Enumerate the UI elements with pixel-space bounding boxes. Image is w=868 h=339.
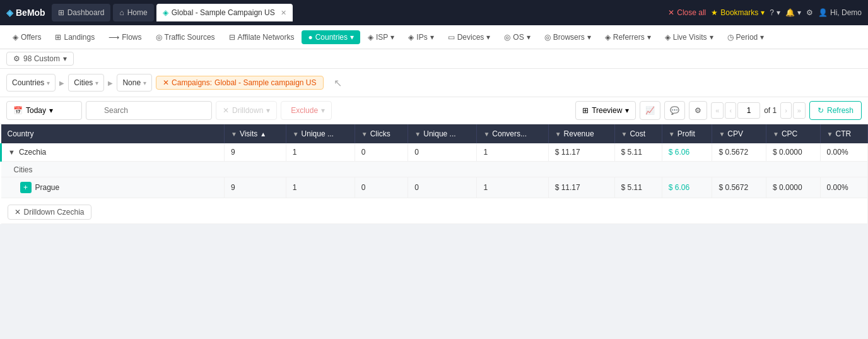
country-name: Czechia: [19, 148, 46, 157]
settings-button[interactable]: ⚙: [806, 8, 813, 17]
cursor-indicator: ↖: [334, 77, 342, 89]
drilldown-czechia-button[interactable]: ✕ Drilldown Czechia: [8, 205, 91, 220]
col-cpc-label: CPC: [782, 129, 797, 138]
campaign-tab[interactable]: ◈ Global - Sample Campaign US ✕: [156, 4, 293, 21]
campaign-name: Global - Sample campaign US: [214, 78, 316, 87]
isp-label: ISP: [376, 33, 388, 42]
city-cpv: $ 0.5672: [712, 177, 766, 198]
group1-select[interactable]: Countries ▾: [6, 74, 56, 92]
custom-icon: ⚙: [13, 54, 20, 63]
countries-label: Countries: [315, 33, 348, 42]
city-profit: $ 6.06: [662, 177, 712, 198]
add-city-button[interactable]: +: [20, 182, 32, 193]
close-tab-icon[interactable]: ✕: [281, 9, 286, 17]
col-revenue[interactable]: ▼ Revenue: [548, 124, 614, 143]
nav-live-visits[interactable]: ◈ Live Visits ▾: [659, 30, 720, 44]
landings-icon: ⊞: [55, 33, 61, 42]
col-clicks[interactable]: ▼ Clicks: [355, 124, 408, 143]
countries-icon: ●: [308, 33, 312, 42]
col-cpc[interactable]: ▼ CPC: [766, 124, 821, 143]
cpc-value: $ 0.0000: [766, 143, 821, 162]
nav-devices[interactable]: ▭ Devices ▾: [442, 30, 497, 44]
group2-select[interactable]: Cities ▾: [68, 74, 104, 92]
custom-chevron: ▾: [63, 54, 67, 63]
star-icon: ★: [711, 8, 718, 17]
drilldown-czechia-label: Drilldown Czechia: [24, 208, 85, 217]
filter-icon-clicks: ▼: [361, 131, 368, 138]
traffic-icon: ◎: [156, 33, 162, 42]
nav-browsers[interactable]: ◎ Browsers ▾: [538, 30, 597, 44]
date-label: Today: [26, 106, 46, 115]
dashboard-label: Dashboard: [67, 8, 105, 17]
nav-landings[interactable]: ⊞ Landings: [49, 30, 101, 44]
prev-page-button[interactable]: ‹: [725, 102, 736, 119]
nav-affiliate-networks[interactable]: ⊟ Affilate Networks: [223, 30, 301, 44]
exclude-label: Exclude: [291, 106, 318, 115]
browsers-chevron: ▾: [587, 33, 591, 42]
notifications-button[interactable]: 🔔 ▾: [785, 8, 801, 17]
user-button[interactable]: 👤 Hi, Demo: [818, 8, 862, 17]
col-convers-label: Convers...: [492, 129, 527, 138]
tab-icon: ◈: [163, 8, 168, 17]
chat-icon: 💬: [670, 106, 679, 115]
date-picker-button[interactable]: 📅 Today ▾: [6, 101, 82, 120]
col-convers[interactable]: ▼ Convers...: [477, 124, 548, 143]
group1-chevron: ▾: [47, 80, 50, 86]
first-page-button[interactable]: «: [711, 102, 724, 119]
nav-countries[interactable]: ● Countries ▾: [302, 30, 360, 44]
close-all-button[interactable]: ✕ Close all: [668, 8, 706, 17]
col-unique1[interactable]: ▼ Unique ...: [286, 124, 355, 143]
live-icon: ◈: [665, 33, 671, 42]
isp-chevron: ▾: [390, 33, 394, 42]
nav-os[interactable]: ◎ OS ▾: [498, 30, 536, 44]
nav-offers[interactable]: ◈ Offers: [6, 30, 47, 44]
referrers-chevron: ▾: [647, 33, 651, 42]
unique2-value: 0: [408, 143, 477, 162]
search-input[interactable]: [86, 101, 212, 120]
chat-button[interactable]: 💬: [664, 101, 685, 120]
col-cpv[interactable]: ▼ CPV: [712, 124, 766, 143]
col-revenue-label: Revenue: [564, 129, 594, 138]
chart-icon: 📈: [645, 106, 655, 115]
traffic-label: Traffic Sources: [165, 33, 215, 42]
last-page-button[interactable]: »: [793, 102, 806, 119]
bookmarks-button[interactable]: ★ Bookmarks ▾: [711, 8, 765, 17]
col-ctr[interactable]: ▼ CTR: [820, 124, 867, 143]
nav-isp[interactable]: ◈ ISP ▾: [361, 30, 401, 44]
nav-period[interactable]: ◷ Period ▾: [721, 30, 771, 44]
custom-button[interactable]: ⚙ 98 Custom ▾: [6, 52, 74, 66]
next-page-button[interactable]: ›: [780, 102, 792, 119]
page-input[interactable]: [737, 102, 760, 119]
chart-button[interactable]: 📈: [640, 101, 660, 120]
home-button[interactable]: ⌂ Home: [113, 4, 153, 21]
group3-select[interactable]: None ▾: [117, 74, 152, 92]
col-profit[interactable]: ▼ Profit: [662, 124, 712, 143]
nav-flows[interactable]: ⟶ Flows: [102, 30, 148, 44]
browsers-icon: ◎: [544, 33, 551, 42]
exclude-button[interactable]: Exclude ▾: [281, 101, 332, 120]
country-cell: ▼ Czechia: [1, 143, 225, 162]
nav-referrers[interactable]: ◈ Referrers ▾: [599, 30, 657, 44]
col-country[interactable]: Country: [1, 124, 225, 143]
bell-icon: 🔔: [785, 8, 795, 17]
group1-value: Countries: [12, 78, 44, 87]
exclude-chevron: ▾: [321, 106, 325, 115]
col-cost[interactable]: ▼ Cost: [614, 124, 662, 143]
treeview-button[interactable]: ⊞ Treeview ▾: [575, 101, 636, 120]
col-clicks-label: Clicks: [370, 129, 390, 138]
refresh-button[interactable]: ↻ Refresh: [809, 101, 862, 120]
help-button[interactable]: ? ▾: [770, 8, 780, 17]
col-unique2[interactable]: ▼ Unique ...: [408, 124, 477, 143]
col-visits[interactable]: ▼ Visits ▲: [224, 124, 286, 143]
expand-button[interactable]: ▼: [8, 148, 15, 156]
nav-traffic-sources[interactable]: ◎ Traffic Sources: [150, 30, 221, 44]
drilldown-button[interactable]: ✕ Drilldown ▾: [216, 101, 277, 120]
nav-ips[interactable]: ◈ IPs ▾: [402, 30, 440, 44]
clicks-value: 0: [355, 143, 408, 162]
filter-icon-cpc: ▼: [773, 131, 779, 138]
home-label: Home: [127, 8, 148, 17]
settings2-button[interactable]: ⚙: [689, 101, 707, 120]
drilldown-chevron: ▾: [266, 106, 270, 115]
drilldown-label: Drilldown: [232, 106, 263, 115]
dashboard-button[interactable]: ⊞ Dashboard: [52, 4, 111, 21]
